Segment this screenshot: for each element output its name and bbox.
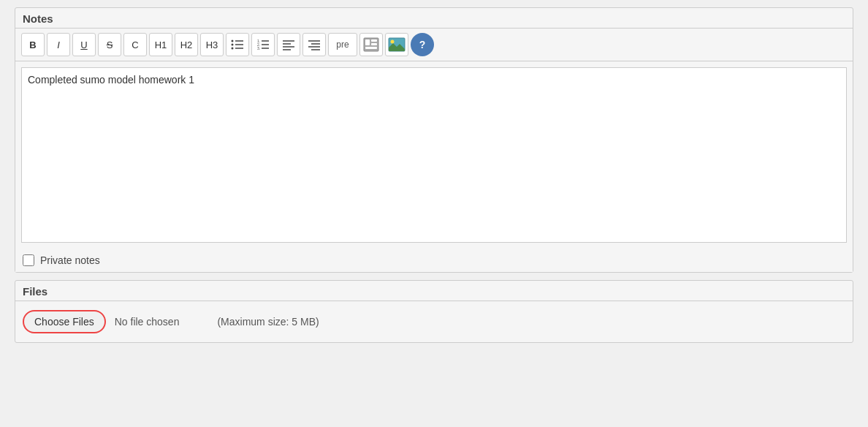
bold-button[interactable]: B: [21, 33, 45, 56]
max-size-text: (Maximum size: 5 MB): [217, 316, 319, 328]
h3-button[interactable]: H3: [200, 33, 224, 56]
pre-button[interactable]: pre: [328, 33, 357, 56]
private-notes-label[interactable]: Private notes: [40, 254, 100, 266]
svg-point-5: [232, 48, 234, 50]
svg-rect-22: [371, 39, 377, 42]
align-left-icon: [282, 39, 295, 50]
align-right-button[interactable]: [302, 33, 326, 56]
strikethrough-button[interactable]: S: [98, 33, 121, 56]
svg-rect-23: [371, 43, 377, 45]
editor-toolbar: B I U S C H1 H2 H3: [15, 29, 853, 61]
notes-section: Notes B I U S C H1 H2 H3: [15, 7, 853, 273]
h1-button[interactable]: H1: [149, 33, 172, 56]
private-notes-row: Private notes: [15, 249, 853, 272]
svg-point-3: [232, 40, 234, 42]
image-insert-icon: [388, 37, 406, 52]
file-insert-button[interactable]: [359, 33, 383, 56]
align-right-icon: [308, 39, 321, 50]
svg-point-27: [391, 40, 395, 44]
file-insert-icon: [363, 37, 379, 52]
svg-text:3.: 3.: [257, 46, 260, 50]
help-button[interactable]: ?: [411, 33, 434, 56]
files-header: Files: [15, 281, 853, 301]
italic-button[interactable]: I: [47, 33, 70, 56]
ordered-list-icon: 1. 2. 3.: [256, 39, 270, 50]
files-section: Files Choose Files No file chosen (Maxim…: [15, 280, 853, 343]
files-row: Choose Files No file chosen (Maximum siz…: [15, 301, 853, 342]
underline-button[interactable]: U: [72, 33, 96, 56]
svg-point-4: [232, 44, 234, 46]
align-left-button[interactable]: [277, 33, 300, 56]
notes-editor[interactable]: Completed sumo model homework 1: [21, 67, 847, 243]
svg-rect-21: [365, 39, 370, 45]
no-file-text: No file chosen: [115, 316, 180, 328]
svg-rect-24: [365, 47, 377, 49]
private-notes-checkbox[interactable]: [23, 254, 34, 266]
unordered-list-button[interactable]: [226, 33, 249, 56]
page-container: Notes B I U S C H1 H2 H3: [0, 0, 868, 427]
color-button[interactable]: C: [123, 33, 147, 56]
ordered-list-button[interactable]: 1. 2. 3.: [251, 33, 275, 56]
unordered-list-icon: [231, 39, 244, 50]
notes-header: Notes: [15, 8, 853, 29]
image-insert-button[interactable]: [385, 33, 408, 56]
h2-button[interactable]: H2: [175, 33, 198, 56]
editor-content: Completed sumo model homework 1: [28, 74, 194, 86]
choose-files-button[interactable]: Choose Files: [23, 310, 106, 333]
